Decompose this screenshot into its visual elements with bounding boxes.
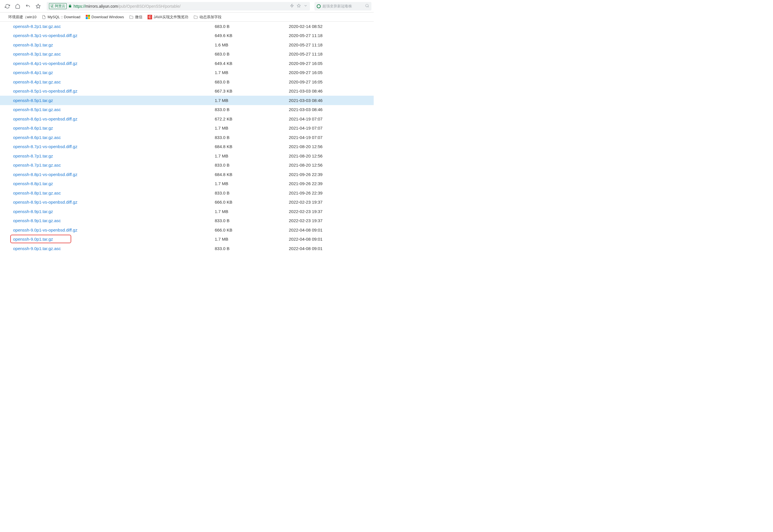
file-link[interactable]: openssh-8.3p1.tar.gz.asc (13, 52, 61, 56)
file-link[interactable]: openssh-8.5p1.tar.gz.asc (13, 107, 61, 112)
file-link[interactable]: openssh-8.9p1.tar.gz (13, 209, 53, 214)
file-size: 833.0 B (215, 218, 289, 223)
page-icon (42, 15, 46, 19)
svg-line-4 (368, 7, 369, 7)
file-size: 833.0 B (215, 191, 289, 195)
bookmark-label: MySQL :: Download (48, 15, 80, 19)
file-row: openssh-8.9p1.tar.gz1.7 MB2022-02-23 19:… (0, 207, 374, 216)
search-box[interactable]: 超强变异新冠毒株 (314, 2, 371, 11)
cert-badge[interactable]: 证 阿里云 (49, 3, 67, 9)
file-date: 2021-08-20 12:56 (289, 163, 374, 167)
chevron-down-icon[interactable] (304, 4, 308, 9)
nav-icons (2, 3, 43, 9)
file-row: openssh-8.5p1-vs-openbsd.diff.gz667.3 KB… (0, 87, 374, 96)
file-link[interactable]: openssh-8.3p1-vs-openbsd.diff.gz (13, 33, 77, 38)
file-row: openssh-8.3p1-vs-openbsd.diff.gz649.6 KB… (0, 31, 374, 40)
file-size: 1.7 MB (215, 209, 289, 214)
file-link[interactable]: openssh-9.0p1-vs-openbsd.diff.gz (13, 228, 77, 232)
file-date: 2020-05-27 11:18 (289, 42, 374, 47)
bookmark-item[interactable]: 环境搭建（win10 (2, 15, 36, 20)
file-link[interactable]: openssh-8.7p1.tar.gz.asc (13, 163, 61, 167)
file-row: openssh-8.6p1-vs-openbsd.diff.gz672.2 KB… (0, 114, 374, 124)
bookmark-label: 微信 (135, 15, 142, 20)
bookmarks-bar: 环境搭建（win10MySQL :: DownloadDownload Wind… (0, 13, 374, 22)
file-size: 683.0 B (215, 79, 289, 84)
folder-icon (193, 15, 198, 19)
file-date: 2021-09-26 22:39 (289, 172, 374, 177)
file-date: 2021-08-20 12:56 (289, 144, 374, 149)
file-link[interactable]: openssh-8.8p1.tar.gz (13, 181, 53, 186)
file-date: 2020-05-27 11:18 (289, 33, 374, 38)
star-icon[interactable] (35, 3, 41, 9)
file-listing: openssh-8.2p1.tar.gz.asc683.0 B2020-02-1… (0, 22, 374, 253)
bookmark-star-icon[interactable] (297, 4, 301, 9)
file-link[interactable]: openssh-8.5p1-vs-openbsd.diff.gz (13, 89, 77, 93)
search-icon[interactable] (365, 4, 369, 9)
file-link[interactable]: openssh-8.9p1-vs-openbsd.diff.gz (13, 200, 77, 204)
file-link[interactable]: openssh-8.6p1-vs-openbsd.diff.gz (13, 116, 77, 121)
file-link[interactable]: openssh-9.0p1.tar.gz (13, 237, 53, 242)
file-size: 649.4 KB (215, 61, 289, 66)
file-link[interactable]: openssh-8.3p1.tar.gz (13, 42, 53, 47)
file-date: 2021-09-26 22:39 (289, 191, 374, 195)
file-size: 667.3 KB (215, 89, 289, 93)
folder-icon (129, 15, 134, 19)
home-icon[interactable] (15, 3, 21, 9)
refresh-icon[interactable] (5, 3, 10, 9)
file-row: openssh-8.8p1.tar.gz.asc833.0 B2021-09-2… (0, 188, 374, 198)
bookmark-item[interactable]: 微信 (129, 15, 142, 20)
bookmark-item[interactable]: Download Windows (85, 15, 124, 19)
file-link[interactable]: openssh-8.5p1.tar.gz (13, 98, 53, 103)
lightning-icon[interactable] (290, 4, 294, 9)
file-size: 683.0 B (215, 52, 289, 56)
file-size: 1.7 MB (215, 98, 289, 103)
svg-marker-1 (291, 4, 294, 7)
file-link[interactable]: openssh-8.2p1.tar.gz.asc (13, 24, 61, 29)
cert-label: 阿里云 (55, 4, 65, 9)
file-link[interactable]: openssh-8.4p1.tar.gz (13, 70, 53, 75)
file-row: openssh-8.5p1.tar.gz.asc833.0 B2021-03-0… (0, 105, 374, 114)
file-date: 2021-03-03 08:46 (289, 107, 374, 112)
file-link[interactable]: openssh-8.6p1.tar.gz (13, 126, 53, 130)
file-link[interactable]: openssh-8.8p1.tar.gz.asc (13, 191, 61, 195)
svg-marker-0 (36, 4, 40, 8)
csdn-icon: C (148, 15, 152, 19)
bookmark-item[interactable]: MySQL :: Download (42, 15, 80, 19)
search-placeholder: 超强变异新冠毒株 (322, 4, 363, 9)
file-link[interactable]: openssh-8.6p1.tar.gz.asc (13, 135, 61, 140)
file-link[interactable]: openssh-8.7p1.tar.gz (13, 154, 53, 158)
file-row: openssh-8.3p1.tar.gz1.6 MB2020-05-27 11:… (0, 40, 374, 50)
address-bar-right (290, 4, 308, 9)
file-size: 833.0 B (215, 246, 289, 251)
svg-marker-2 (297, 4, 300, 7)
address-bar[interactable]: 证 阿里云 https://mirrors.aliyun.com/pub/Ope… (47, 2, 310, 11)
browser-toolbar: 证 阿里云 https://mirrors.aliyun.com/pub/Ope… (0, 0, 374, 13)
file-size: 1.7 MB (215, 126, 289, 130)
bookmark-item[interactable]: 动态添加字段 (193, 15, 222, 20)
file-row: openssh-8.4p1.tar.gz.asc683.0 B2020-09-2… (0, 77, 374, 87)
svg-point-3 (366, 4, 368, 7)
file-link[interactable]: openssh-8.7p1-vs-openbsd.diff.gz (13, 144, 77, 149)
file-link[interactable]: openssh-8.8p1-vs-openbsd.diff.gz (13, 172, 77, 177)
back-icon[interactable] (25, 3, 31, 9)
file-link[interactable]: openssh-9.0p1.tar.gz.asc (13, 246, 61, 251)
lock-icon (68, 4, 72, 9)
bookmark-item[interactable]: CJAVA实现文件预览功 (148, 15, 188, 20)
file-row: openssh-9.0p1.tar.gz.asc833.0 B2022-04-0… (0, 244, 374, 253)
file-date: 2022-04-08 09:01 (289, 228, 374, 232)
file-row: openssh-8.2p1.tar.gz.asc683.0 B2020-02-1… (0, 22, 374, 31)
file-link[interactable]: openssh-8.4p1-vs-openbsd.diff.gz (13, 61, 77, 66)
file-link[interactable]: openssh-8.4p1.tar.gz.asc (13, 79, 61, 84)
cert-icon: 证 (50, 4, 54, 9)
file-link[interactable]: openssh-8.9p1.tar.gz.asc (13, 218, 61, 223)
file-row: openssh-8.7p1.tar.gz.asc833.0 B2021-08-2… (0, 161, 374, 170)
file-row: openssh-8.4p1.tar.gz1.7 MB2020-09-27 16:… (0, 68, 374, 77)
bookmark-label: JAVA实现文件预览功 (154, 15, 188, 20)
file-size: 649.6 KB (215, 33, 289, 38)
file-row: openssh-8.4p1-vs-openbsd.diff.gz649.4 KB… (0, 59, 374, 68)
file-size: 833.0 B (215, 135, 289, 140)
file-date: 2020-05-27 11:18 (289, 52, 374, 56)
file-date: 2020-09-27 16:05 (289, 61, 374, 66)
file-date: 2021-03-03 08:46 (289, 98, 374, 103)
file-date: 2021-03-03 08:46 (289, 89, 374, 93)
